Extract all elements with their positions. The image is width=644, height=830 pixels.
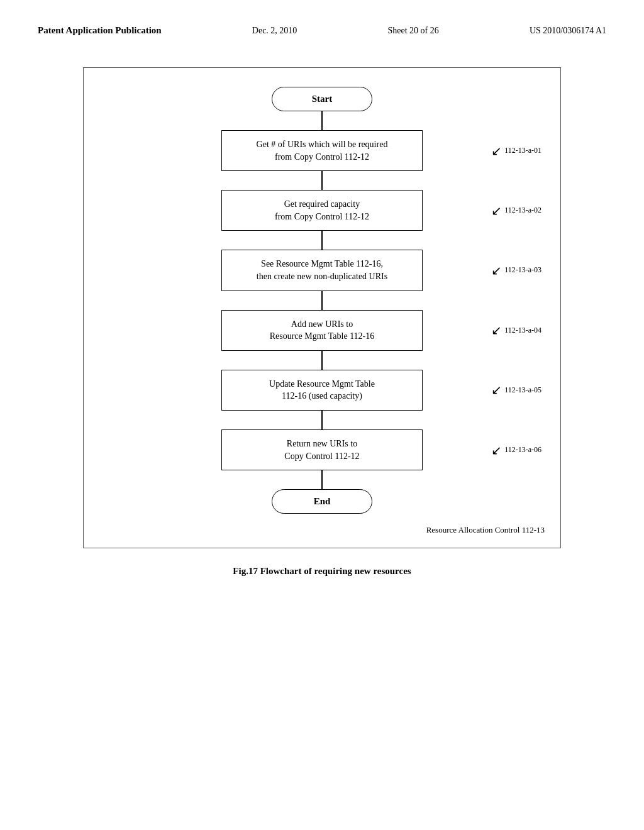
step-6-node: Return new URIs to Copy Control 112-12: [221, 429, 423, 470]
flowchart: Start Get # of URIs which will be requir…: [96, 87, 548, 535]
step-3-text-line2: then create new non-duplicated URIs: [257, 272, 387, 281]
connector-3: [321, 231, 323, 250]
header-sheet: Sheet 20 of 26: [387, 26, 438, 36]
connector-4: [321, 291, 323, 310]
step-3-label: 112-13-a-03: [504, 265, 541, 275]
step-5-text-line1: Update Resource Mgmt Table: [269, 379, 375, 389]
step-6-label-wrapper: ↙ 112-13-a-06: [491, 443, 541, 458]
step-row-6: Return new URIs to Copy Control 112-12 ↙…: [96, 429, 548, 470]
step-2-node: Get required capacity from Copy Control …: [221, 190, 423, 231]
end-row: End: [96, 489, 548, 514]
step-1-text-line2: from Copy Control 112-12: [275, 152, 369, 162]
bottom-label: Resource Allocation Control 112-13: [96, 525, 548, 535]
step-4-text-line2: Resource Mgmt Table 112-16: [270, 331, 375, 341]
step-row-1: Get # of URIs which will be required fro…: [96, 130, 548, 171]
step-4-node: Add new URIs to Resource Mgmt Table 112-…: [221, 310, 423, 351]
step-6-text-line2: Copy Control 112-12: [284, 451, 359, 461]
step-row-4: Add new URIs to Resource Mgmt Table 112-…: [96, 310, 548, 351]
step-2-text-line2: from Copy Control 112-12: [275, 212, 369, 221]
diagram-wrapper: Start Get # of URIs which will be requir…: [0, 48, 644, 589]
step-1-text-line1: Get # of URIs which will be required: [257, 140, 388, 149]
step-3-node: See Resource Mgmt Table 112-16, then cre…: [221, 250, 423, 290]
connector-1: [321, 111, 323, 130]
connector-6: [321, 411, 323, 429]
step-1-label-wrapper: ↙ 112-13-a-01: [491, 143, 541, 158]
step-2-label-wrapper: ↙ 112-13-a-02: [491, 203, 541, 218]
step-row-5: Update Resource Mgmt Table 112-16 (used …: [96, 370, 548, 411]
step-6-label: 112-13-a-06: [504, 445, 541, 455]
step-3-label-wrapper: ↙ 112-13-a-03: [491, 263, 541, 278]
step-5-text-line2: 112-16 (used capacity): [282, 391, 362, 401]
step-6-text-line1: Return new URIs to: [287, 439, 357, 448]
connector-7: [321, 470, 323, 489]
step-2-label: 112-13-a-02: [504, 206, 541, 215]
header-date: Dec. 2, 2010: [252, 26, 297, 36]
step-row-2: Get required capacity from Copy Control …: [96, 190, 548, 231]
connector-2: [321, 171, 323, 190]
step-4-label: 112-13-a-04: [504, 326, 541, 335]
step-5-label-wrapper: ↙ 112-13-a-05: [491, 382, 541, 397]
step-1-node: Get # of URIs which will be required fro…: [221, 130, 423, 171]
header-patent-number: US 2010/0306174 A1: [530, 26, 606, 36]
step-3-text-line1: See Resource Mgmt Table 112-16,: [261, 259, 383, 268]
header-publication-title: Patent Application Publication: [38, 25, 162, 36]
connector-5: [321, 351, 323, 370]
step-4-text-line1: Add new URIs to: [291, 319, 353, 329]
step-2-text-line1: Get required capacity: [284, 199, 360, 209]
step-5-node: Update Resource Mgmt Table 112-16 (used …: [221, 370, 423, 411]
step-1-label: 112-13-a-01: [504, 146, 541, 155]
step-4-label-wrapper: ↙ 112-13-a-04: [491, 323, 541, 338]
step-5-label: 112-13-a-05: [504, 385, 541, 395]
start-node: Start: [272, 87, 372, 111]
figure-caption: Fig.17 Flowchart of requiring new resour…: [233, 566, 411, 577]
step-row-3: See Resource Mgmt Table 112-16, then cre…: [96, 250, 548, 290]
start-row: Start: [96, 87, 548, 111]
page-header: Patent Application Publication Dec. 2, 2…: [0, 0, 644, 48]
end-node: End: [272, 489, 372, 514]
diagram-container: Start Get # of URIs which will be requir…: [83, 67, 561, 548]
